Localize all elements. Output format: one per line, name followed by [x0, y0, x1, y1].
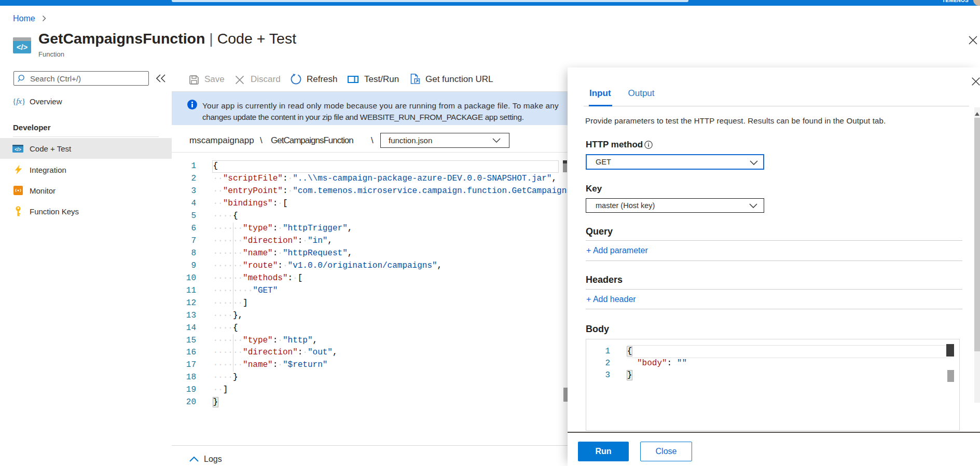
svg-text:</>: </>	[15, 147, 21, 152]
svg-text:</>: </>	[17, 43, 28, 51]
